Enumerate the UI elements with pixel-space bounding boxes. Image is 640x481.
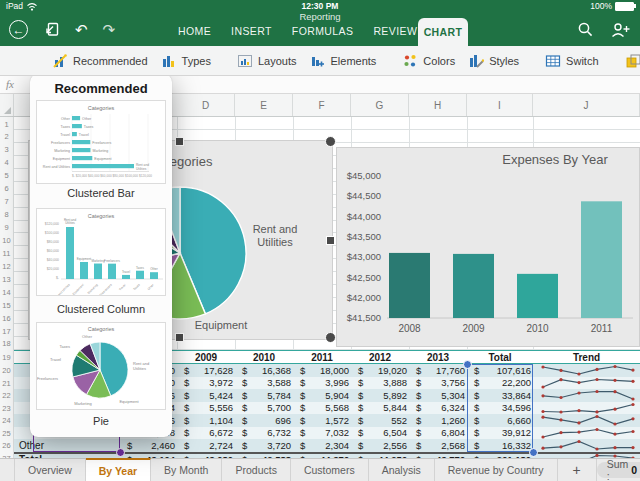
table-cell[interactable]: $16,368 — [235, 364, 293, 377]
row-label-cell[interactable]: Other — [14, 439, 120, 452]
toolbar-colors-button[interactable]: Colors — [402, 53, 455, 69]
table-cell[interactable]: $3,972 — [177, 377, 235, 390]
table-cell[interactable]: $5,556 — [177, 402, 235, 415]
row-header-11[interactable]: 11 — [0, 249, 13, 258]
table-cell[interactable]: $5,424 — [177, 389, 235, 402]
row-header-13[interactable]: 13 — [0, 275, 13, 284]
table-cell[interactable]: $696 — [235, 414, 293, 427]
toolbar-layouts-button[interactable]: Layouts — [237, 53, 297, 69]
table-cell[interactable]: $5,568 — [293, 402, 351, 415]
row-header-2[interactable]: 2 — [0, 132, 13, 141]
tab-formulas[interactable]: FORMULAS — [292, 25, 354, 37]
table-cell[interactable]: $1,104 — [177, 414, 235, 427]
selection-handle-bottom[interactable] — [175, 333, 184, 342]
row-header-10[interactable]: 10 — [0, 236, 13, 245]
row-header-12[interactable]: 12 — [0, 262, 13, 271]
table-cell[interactable]: $6,732 — [235, 427, 293, 440]
sheet-tab-by-month[interactable]: By Month — [151, 459, 222, 481]
search-icon[interactable] — [577, 21, 594, 38]
selection-handle-bottom-right[interactable] — [325, 332, 336, 343]
column-header-2013[interactable]: 2013 — [409, 351, 467, 363]
table-cell[interactable]: $2,460 — [120, 439, 177, 452]
column-header-G[interactable]: G — [351, 94, 409, 116]
table-cell[interactable]: $3,588 — [235, 377, 293, 390]
chart-suggestion-clustered-bar[interactable]: CategoriesOtherOtherTaxesTaxesTravelTrav… — [36, 100, 166, 184]
table-cell[interactable]: $3,756 — [409, 377, 467, 390]
selection-handle-right[interactable] — [326, 236, 335, 245]
row-header-8[interactable]: 8 — [0, 210, 13, 219]
column-header-2012[interactable]: 2012 — [351, 351, 409, 363]
undo-button[interactable]: ↶ — [75, 22, 88, 37]
trend-sparkline-cell[interactable] — [533, 414, 640, 427]
sheet-tab-overview[interactable]: Overview — [14, 459, 86, 481]
toolbar-switch-button[interactable]: Switch — [545, 53, 598, 69]
table-cell[interactable]: $39,912 — [467, 427, 533, 440]
table-cell[interactable]: $6,504 — [351, 427, 409, 440]
chart-suggestion-clustered-column[interactable]: Categories$120,000$100,000$80,000$60,000… — [36, 208, 166, 296]
table-cell[interactable]: $107,616 — [467, 364, 533, 377]
trend-sparkline-cell[interactable] — [533, 439, 640, 452]
row-header-7[interactable]: 7 — [0, 197, 13, 206]
column-header-H[interactable]: H — [409, 94, 467, 116]
row-header-14[interactable]: 14 — [0, 288, 13, 297]
sheet-tab-revenue-by-country[interactable]: Revenue by Country — [435, 459, 558, 481]
save-export-icon[interactable] — [43, 21, 60, 38]
column-header-2011[interactable]: 2011 — [293, 351, 351, 363]
values-range-handle-bottom[interactable] — [529, 448, 538, 457]
row-header-4[interactable]: 4 — [0, 158, 13, 167]
table-cell[interactable]: $2,556 — [351, 439, 409, 452]
toolbar-arrange-button[interactable]: Arrange — [625, 53, 640, 69]
table-cell[interactable]: $33,864 — [467, 389, 533, 402]
back-button[interactable]: ← — [9, 20, 28, 39]
add-sheet-button[interactable]: + — [558, 459, 597, 481]
row-header-23[interactable]: 23 — [0, 404, 13, 413]
column-header-F[interactable]: F — [293, 94, 351, 116]
column-header-2009[interactable]: 2009 — [177, 351, 235, 363]
row-header-21[interactable]: 21 — [0, 379, 13, 388]
toolbar-elements-button[interactable]: Elements — [309, 53, 376, 69]
chart-suggestion-pie[interactable]: CategoriesOtherTaxesTravelFreelancersMar… — [36, 322, 166, 410]
column-header-I[interactable]: I — [467, 94, 533, 116]
row-header-22[interactable]: 22 — [0, 391, 13, 400]
row-header-24[interactable]: 24 — [0, 416, 13, 425]
toolbar-types-button[interactable]: Types — [161, 53, 211, 69]
table-cell[interactable]: $6,672 — [177, 427, 235, 440]
row-header-26[interactable]: 26 — [0, 441, 13, 450]
row-header-16[interactable]: 16 — [0, 314, 13, 323]
column-header-J[interactable]: J — [533, 94, 640, 116]
table-cell[interactable]: $1,260 — [409, 414, 467, 427]
sheet-tab-analysis[interactable]: Analysis — [369, 459, 435, 481]
tab-home[interactable]: HOME — [178, 25, 211, 37]
table-cell[interactable]: $19,020 — [351, 364, 409, 377]
trend-sparkline-cell[interactable] — [533, 427, 640, 440]
table-cell[interactable]: $5,700 — [235, 402, 293, 415]
table-cell[interactable]: $17,628 — [177, 364, 235, 377]
selection-handle-top[interactable] — [175, 137, 184, 146]
trend-sparkline-cell[interactable] — [533, 364, 640, 377]
redo-button[interactable]: ↷ — [103, 22, 116, 37]
table-cell[interactable]: $17,760 — [409, 364, 467, 377]
table-cell[interactable]: $3,720 — [235, 439, 293, 452]
trend-sparkline-cell[interactable] — [533, 377, 640, 390]
table-cell[interactable]: $22,200 — [467, 377, 533, 390]
table-cell[interactable]: $34,596 — [467, 402, 533, 415]
table-cell[interactable]: $7,032 — [293, 427, 351, 440]
share-person-icon[interactable] — [611, 22, 630, 38]
row-header-20[interactable]: 20 — [0, 366, 13, 375]
row-header-18[interactable]: 18 — [0, 339, 13, 348]
select-all-corner[interactable] — [0, 94, 14, 116]
table-cell[interactable]: $16,332 — [467, 439, 533, 452]
table-cell[interactable]: $6,804 — [409, 427, 467, 440]
row-header-25[interactable]: 25 — [0, 429, 13, 438]
sheet-tab-products[interactable]: Products — [222, 459, 290, 481]
trend-sparkline-cell[interactable] — [533, 402, 640, 415]
table-cell[interactable]: $5,904 — [293, 389, 351, 402]
sheet-tab-by-year[interactable]: By Year — [86, 458, 151, 481]
column-header-2010[interactable]: 2010 — [235, 351, 293, 363]
row-header-3[interactable]: 3 — [0, 145, 13, 154]
row-header-15[interactable]: 15 — [0, 301, 13, 310]
row-header-19[interactable]: 19 — [0, 353, 13, 362]
table-cell[interactable]: $2,568 — [409, 439, 467, 452]
column-header-D[interactable]: D — [177, 94, 235, 116]
sheet-tab-customers[interactable]: Customers — [291, 459, 369, 481]
